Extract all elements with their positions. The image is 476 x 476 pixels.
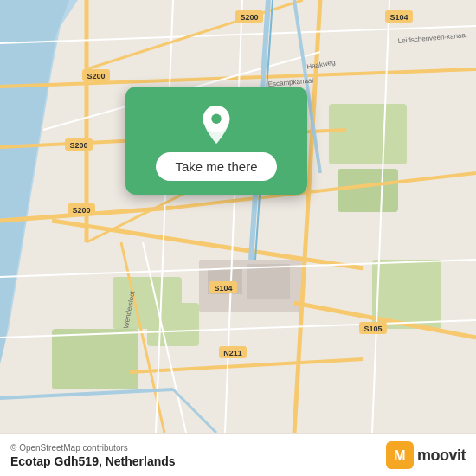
svg-rect-1 [329,104,407,164]
svg-rect-5 [147,303,199,346]
svg-rect-4 [52,329,138,389]
bottom-bar: © OpenStreetMap contributors Ecotap Gdh5… [0,434,476,476]
svg-text:M: M [394,448,405,463]
svg-text:N211: N211 [223,349,242,357]
moovit-icon: M [386,441,414,469]
svg-text:S200: S200 [240,13,258,22]
svg-point-56 [211,114,222,125]
svg-text:S104: S104 [389,13,408,22]
svg-text:S200: S200 [72,206,90,215]
moovit-logo: M moovit [386,441,466,469]
svg-text:S104: S104 [214,284,232,293]
map-popup: Take me there [125,87,307,195]
svg-text:S105: S105 [363,325,382,333]
svg-text:S200: S200 [87,72,105,80]
moovit-brand-text: moovit [417,447,466,465]
attribution-text: © OpenStreetMap contributors [10,443,176,453]
map-svg: S200 S200 S200 S200 S104 S104 S105 N211 … [0,0,476,433]
svg-rect-2 [338,169,398,212]
take-me-there-button[interactable]: Take me there [156,152,276,181]
location-pin-icon [199,104,234,145]
svg-rect-9 [247,264,290,299]
svg-text:S200: S200 [69,141,87,150]
location-name: Ecotap Gdh519, Netherlands [10,454,176,468]
map-container: S200 S200 S200 S200 S104 S104 S105 N211 … [0,0,476,476]
bottom-left-info: © OpenStreetMap contributors Ecotap Gdh5… [10,443,176,468]
